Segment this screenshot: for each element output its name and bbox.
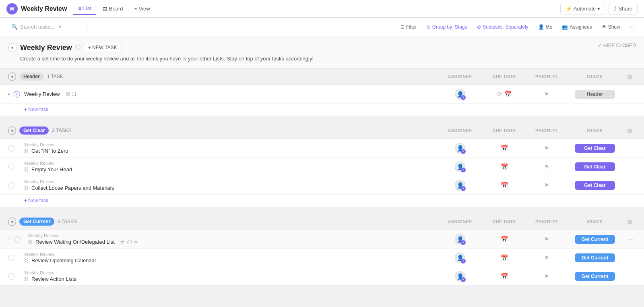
task-name[interactable]: Review Upcoming Calendar (31, 257, 96, 263)
share-button[interactable]: ⤴ Share (609, 3, 638, 15)
search-area[interactable]: 🔍 Search tasks... ▾ (6, 21, 87, 32)
calendar-icon: 📅 (504, 91, 512, 98)
stage-badge[interactable]: Get Current (575, 272, 615, 281)
group-get-clear-collapse-button[interactable]: ▾ (8, 127, 16, 135)
filter-button[interactable]: ⊟ Filter (396, 22, 421, 32)
task-checkbox[interactable] (8, 273, 14, 280)
task-checkbox[interactable] (8, 182, 14, 189)
task-checkbox[interactable] (8, 145, 14, 151)
task-col-stage[interactable]: Get Current (567, 253, 623, 262)
stage-badge[interactable]: Get Clear (575, 162, 615, 171)
task-edit-icon[interactable]: ✏ (134, 239, 138, 245)
assignee-avatar[interactable]: 👤 + (455, 162, 465, 172)
stage-badge[interactable]: Header (575, 90, 615, 99)
task-col-stage[interactable]: Header (567, 90, 623, 99)
task-col-stage[interactable]: Get Clear (567, 144, 623, 153)
task-checkbox[interactable] (14, 236, 21, 243)
group-get-current-collapse-button[interactable]: ▾ (8, 218, 16, 226)
new-task-row[interactable]: + New task (0, 104, 644, 116)
task-col-duedate[interactable]: ⟳ 📅 (482, 91, 526, 98)
tab-list[interactable]: ≡ List (73, 3, 96, 15)
new-task-row[interactable]: + New task (0, 195, 644, 207)
task-col-duedate[interactable]: 📅 (482, 145, 526, 152)
calendar-icon: 📅 (501, 254, 508, 261)
assignee-avatar[interactable]: 👤 + (455, 180, 465, 191)
task-cols: 👤 + 📅 ⚑ Get Clear (438, 162, 636, 172)
group-header-section: ▾ Header 1 TASK ASSIGNEE DUE DATE PRIORI… (0, 68, 644, 116)
task-name[interactable]: Weekly Review (24, 91, 60, 97)
more-options-icon[interactable]: ··· (628, 236, 634, 243)
toolbar-more-button[interactable]: ··· (626, 21, 638, 33)
task-col-duedate[interactable]: 📅 (482, 254, 526, 261)
app-icon: W (6, 3, 18, 15)
drag-handle-icon[interactable]: ⠿ (8, 237, 11, 241)
stage-badge[interactable]: Get Clear (575, 144, 615, 153)
task-expand-arrow[interactable]: ▸ (8, 91, 10, 97)
stage-badge[interactable]: Get Clear (575, 181, 615, 190)
priority-flag-icon: ⚑ (544, 236, 549, 243)
task-col-more-button[interactable]: ··· (623, 236, 636, 243)
col-add-button-2[interactable]: ⊕ (623, 127, 636, 135)
project-info-icon[interactable]: ⓘ (75, 44, 80, 51)
group-header-collapse-button[interactable]: ▾ (8, 73, 16, 81)
task-checkbox[interactable]: ✓ (14, 91, 20, 97)
stage-badge[interactable]: Get Current (575, 235, 615, 244)
subtasks-button[interactable]: ⊘ Subtasks: Separately (473, 22, 532, 32)
hide-closed-button[interactable]: ✓ HIDE CLOSED (598, 43, 636, 48)
task-name[interactable]: Get "IN" to Zero (31, 148, 68, 154)
assignee-add-icon: + (461, 240, 466, 245)
task-col-duedate[interactable]: 📅 (482, 182, 526, 189)
task-col-priority[interactable]: ⚑ (526, 164, 567, 170)
tab-board-label: Board (109, 6, 123, 12)
automate-button[interactable]: ⚡ Automate ▾ (560, 3, 606, 15)
task-checkbox[interactable] (8, 164, 14, 170)
col-add-button-3[interactable]: ⊕ (623, 218, 636, 226)
stage-badge[interactable]: Get Current (575, 253, 615, 262)
task-col-stage[interactable]: Get Clear (567, 181, 623, 190)
assignee-avatar[interactable]: 👤 + (455, 271, 465, 282)
task-exchange-icon[interactable]: ⇄ (120, 239, 124, 245)
task-col-priority[interactable]: ⚑ (526, 236, 567, 243)
project-collapse-button[interactable]: ▾ (8, 43, 17, 52)
search-icon: 🔍 (11, 24, 18, 30)
task-name[interactable]: Review Action Lists (31, 276, 76, 282)
task-col-duedate[interactable]: 📅 (482, 163, 526, 170)
task-col-priority[interactable]: ⚑ (526, 255, 567, 261)
group-get-clear-label[interactable]: Get Clear (19, 127, 49, 135)
task-col-priority[interactable]: ⚑ (526, 145, 567, 151)
task-col-stage[interactable]: Get Clear (567, 162, 623, 171)
task-col-priority[interactable]: ⚑ (526, 273, 567, 280)
group-header-label[interactable]: Header (19, 73, 44, 81)
task-col-duedate[interactable]: 📅 (482, 236, 526, 243)
task-col-stage[interactable]: Get Current (567, 235, 623, 244)
task-col-duedate[interactable]: 📅 (482, 273, 526, 280)
group-by-button[interactable]: ⊙ Group by: Stage (423, 22, 471, 32)
subtask-link-icon: ⛓ (24, 276, 29, 282)
show-button[interactable]: 👁 Show (598, 22, 624, 32)
task-tag-icon[interactable]: 🏷 (127, 239, 132, 245)
task-col-priority[interactable]: ⚑ (526, 91, 567, 97)
col-header-assignee-3: ASSIGNEE (438, 219, 482, 224)
group-get-current-label[interactable]: Get Current (19, 218, 54, 226)
col-header-stage: STAGE (567, 74, 623, 79)
assignee-avatar[interactable]: 👤 + (455, 253, 465, 263)
assignee-avatar[interactable]: 👤 + (455, 234, 465, 245)
assignee-avatar[interactable]: 👤 + (455, 89, 465, 100)
task-checkbox[interactable] (8, 255, 14, 261)
calendar-icon: 📅 (501, 236, 508, 243)
task-col-stage[interactable]: Get Current (567, 272, 623, 281)
task-name[interactable]: Empty Your Head (31, 166, 72, 172)
task-col-priority[interactable]: ⚑ (526, 182, 567, 189)
new-task-button[interactable]: + NEW TASK (84, 43, 122, 52)
top-bar-right: ⚡ Automate ▾ ⤴ Share (560, 3, 638, 15)
tab-add-view[interactable]: + View (130, 3, 155, 14)
tab-board[interactable]: ⊞ Board (98, 3, 128, 15)
task-name[interactable]: Review Waiting On/Delegated List (35, 239, 115, 245)
group-get-clear-count: 3 TASKS (52, 128, 71, 133)
assignees-button[interactable]: 👥 Assignees (558, 22, 596, 32)
checkmark-icon: ✓ (15, 92, 19, 96)
col-add-button[interactable]: ⊕ (623, 73, 636, 81)
me-button[interactable]: 👤 Me (534, 22, 557, 32)
assignee-avatar[interactable]: 👤 + (455, 143, 465, 154)
task-name[interactable]: Collect Loose Papers and Materials (31, 185, 114, 191)
